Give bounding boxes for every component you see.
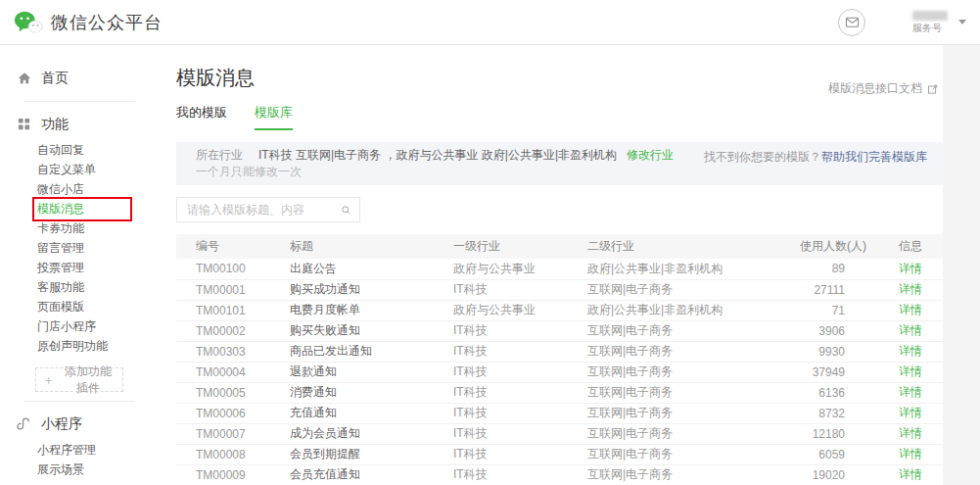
sidebar-item[interactable]: 客服功能 (0, 277, 157, 297)
cell-info: 详情 (866, 279, 943, 300)
template-table-body: TM00100 出庭公告 政府与公共事业 政府|公共事业|非盈利机构 89 详情… (176, 259, 943, 485)
sidebar-item[interactable]: 展示场景 (0, 460, 157, 479)
detail-link[interactable]: 详情 (899, 303, 922, 316)
sidebar-item[interactable]: 页面模版 (0, 297, 157, 316)
help-area: 找不到你想要的模版？帮助我们完善模版库 (704, 149, 927, 180)
improve-library-link[interactable]: 帮助我们完善模版库 (821, 150, 927, 164)
sidebar-item[interactable]: 小程序管理 (0, 440, 157, 460)
cell-industry1: IT科技 (453, 403, 587, 423)
cell-id: TM00100 (176, 259, 290, 279)
detail-link[interactable]: 详情 (899, 323, 922, 337)
cell-industry2: 互联网|电子商务 (587, 464, 783, 485)
tab[interactable]: 模版库 (255, 104, 293, 130)
sidebar-item[interactable]: 留言管理 (0, 238, 157, 258)
detail-link[interactable]: 详情 (899, 385, 922, 399)
detail-link[interactable]: 详情 (899, 467, 922, 481)
search-box (176, 197, 360, 222)
cell-industry2: 互联网|电子商务 (587, 403, 783, 423)
cell-industry2: 互联网|电子商务 (587, 382, 783, 403)
mail-button[interactable] (838, 9, 865, 36)
table-header: 编号 标题 一级行业 二级行业 使用人数(人) 信息 (176, 234, 943, 259)
search-input[interactable] (185, 202, 341, 218)
sidebar-section-functions[interactable]: 功能 (0, 111, 157, 138)
sidebar-item[interactable]: 自动回复 (0, 140, 157, 160)
tab-bar: 我的模版 模版库 (176, 104, 943, 130)
cell-info: 详情 (866, 423, 943, 444)
add-plugin-button[interactable]: ＋ 添加功能插件 (35, 367, 123, 392)
cell-industry1: IT科技 (453, 341, 587, 362)
detail-link[interactable]: 详情 (899, 344, 922, 358)
cell-info: 详情 (866, 382, 943, 403)
detail-link[interactable]: 详情 (899, 364, 922, 378)
cell-info: 详情 (866, 259, 943, 279)
cell-users: 71 (783, 300, 866, 320)
wechat-logo-icon (14, 10, 43, 35)
sidebar-item[interactable]: 卡券功能 (0, 218, 157, 238)
home-icon (17, 71, 32, 86)
cell-industry1: IT科技 (453, 362, 587, 382)
detail-link[interactable]: 详情 (899, 282, 922, 296)
sidebar-item[interactable]: 自定义菜单 (0, 160, 157, 179)
cell-info: 详情 (866, 320, 943, 341)
cell-id: TM00303 (176, 341, 290, 362)
detail-link[interactable]: 详情 (899, 262, 922, 275)
cell-industry2: 互联网|电子商务 (587, 320, 783, 341)
account-type-label: 服务号 (912, 24, 948, 33)
external-link-icon (927, 83, 939, 95)
tab[interactable]: 我的模版 (176, 104, 227, 130)
divider (23, 401, 135, 402)
cell-users: 6136 (783, 382, 866, 403)
sidebar-section-miniprogram[interactable]: 小程序 (0, 411, 157, 438)
table-row: TM00005 消费通知 IT科技 互联网|电子商务 6136 详情 (176, 382, 943, 403)
detail-link[interactable]: 详情 (899, 447, 922, 461)
sidebar-item[interactable]: 门店小程序 (0, 316, 157, 336)
sidebar-item[interactable]: 原创声明功能 (0, 336, 157, 356)
edit-industry-link[interactable]: 修改行业 (627, 148, 674, 162)
cell-title: 成为会员通知 (290, 423, 453, 444)
sidebar-item[interactable]: 微信小店 (0, 179, 157, 199)
sidebar-item[interactable]: 模版消息 (0, 199, 157, 218)
caret-down-icon[interactable] (958, 20, 966, 24)
account-info[interactable]: 服务号 (912, 11, 948, 33)
cell-industry1: IT科技 (453, 464, 587, 485)
api-doc-link[interactable]: 模版消息接口文档 (828, 80, 939, 97)
cell-industry2: 互联网|电子商务 (587, 423, 783, 444)
industry-info: 所在行业IT科技 互联网|电子商务 ，政府与公共事业 政府|公共事业|非盈利机构… (196, 147, 674, 180)
account-name-redacted (912, 11, 948, 21)
help-text: 找不到你想要的模版？ (704, 150, 821, 164)
cell-industry2: 互联网|电子商务 (587, 341, 783, 362)
table-row: TM00100 出庭公告 政府与公共事业 政府|公共事业|非盈利机构 89 详情 (176, 259, 943, 279)
grid-icon (17, 117, 32, 132)
cell-title: 会员到期提醒 (290, 444, 453, 464)
cell-id: TM00006 (176, 403, 290, 423)
cell-industry2: 政府|公共事业|非盈利机构 (587, 300, 783, 320)
page-body: 首页 功能 自动回复 自定义菜单 微信小店 模版消 (0, 45, 980, 485)
sidebar-function-list: 自动回复 自定义菜单 微信小店 模版消息 卡券功能 留言管理 投票管理 客服功能… (0, 140, 157, 356)
cell-title: 商品已发出通知 (290, 341, 453, 362)
mail-icon (845, 15, 860, 29)
cell-industry1: IT科技 (453, 423, 587, 444)
cell-id: TM00101 (176, 300, 290, 320)
column-header: 一级行业 (453, 234, 587, 259)
api-doc-label: 模版消息接口文档 (828, 80, 922, 97)
detail-link[interactable]: 详情 (899, 426, 922, 440)
cell-industry1: IT科技 (453, 382, 587, 403)
cell-industry2: 互联网|电子商务 (587, 362, 783, 382)
cell-info: 详情 (866, 341, 943, 362)
brand: 微信公众平台 (14, 10, 163, 35)
avatar[interactable] (874, 8, 904, 37)
cell-info: 详情 (866, 444, 943, 464)
sidebar-item[interactable]: 投票管理 (0, 258, 157, 277)
table-row: TM00101 电费月度帐单 政府与公共事业 政府|公共事业|非盈利机构 71 … (176, 300, 943, 320)
template-table: 编号 标题 一级行业 二级行业 使用人数(人) 信息 (176, 234, 943, 485)
search-icon[interactable] (341, 204, 351, 217)
cell-industry2: 互联网|电子商务 (587, 279, 783, 300)
industry-value: IT科技 互联网|电子商务 ，政府与公共事业 政府|公共事业|非盈利机构 (258, 148, 617, 162)
cell-title: 会员充值通知 (290, 464, 453, 485)
sidebar-item-home[interactable]: 首页 (0, 65, 157, 92)
cell-industry1: IT科技 (453, 444, 587, 464)
cell-title: 购买成功通知 (290, 279, 453, 300)
table-row: TM00303 商品已发出通知 IT科技 互联网|电子商务 9930 详情 (176, 341, 943, 362)
detail-link[interactable]: 详情 (899, 406, 922, 419)
cell-info: 详情 (866, 362, 943, 382)
